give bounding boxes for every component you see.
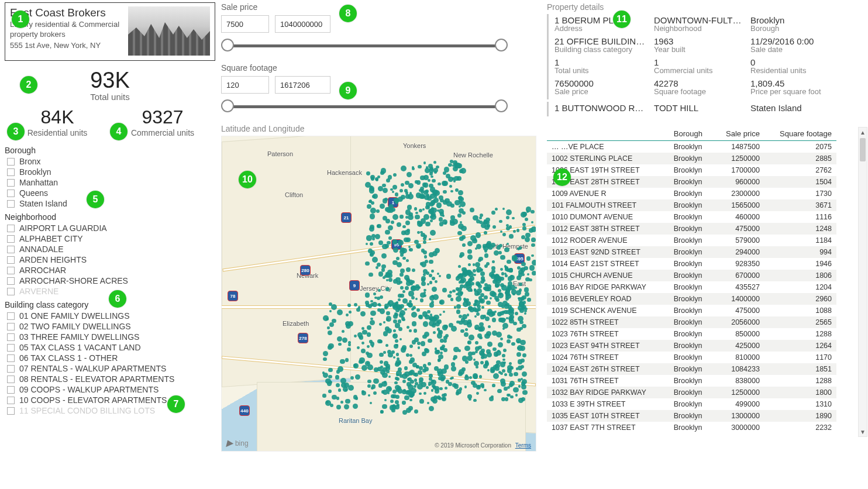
table-row[interactable]: 1032 BAY RIDGE PARKWAYBrooklyn1250000180… (547, 387, 836, 398)
table-row[interactable]: 1023 76TH STREETBrooklyn8500001288 (547, 328, 836, 340)
map-point[interactable] (431, 301, 434, 304)
checkbox-icon[interactable] (7, 256, 15, 264)
map-point[interactable] (423, 182, 428, 187)
map-point[interactable] (367, 353, 372, 358)
table-row[interactable]: 1033 E 39TH STREETBrooklyn4990001310 (547, 398, 836, 410)
checkbox-icon[interactable] (7, 365, 15, 373)
checkbox-icon[interactable] (7, 235, 15, 243)
map-point[interactable] (523, 266, 528, 270)
map-point[interactable] (494, 276, 497, 278)
checkbox-icon[interactable] (7, 225, 15, 232)
table-row[interactable]: 1031 76TH STREETBrooklyn8380001288 (547, 375, 836, 387)
map-point[interactable] (510, 366, 514, 370)
map-point[interactable] (336, 370, 340, 373)
map-point[interactable] (480, 315, 485, 319)
slicer-item[interactable]: 01 ONE FAMILY DWELLINGS (5, 311, 215, 321)
map-point[interactable] (392, 260, 398, 266)
slicer-item[interactable]: ANNADALE (5, 244, 215, 254)
table-row[interactable]: 1002 STERLING PLACEBrooklyn12500002885 (547, 153, 836, 164)
map-point[interactable] (477, 333, 482, 338)
map-point[interactable] (497, 350, 500, 353)
map-point[interactable] (509, 373, 513, 377)
map-point[interactable] (448, 163, 452, 167)
map-point[interactable] (446, 274, 451, 278)
map-point[interactable] (493, 365, 497, 369)
map-point[interactable] (353, 404, 358, 409)
map-point[interactable] (493, 373, 499, 379)
map-point[interactable] (423, 240, 426, 244)
map-point[interactable] (382, 244, 387, 249)
map-point[interactable] (426, 271, 429, 275)
map-point[interactable] (467, 319, 471, 323)
map-point[interactable] (417, 245, 420, 248)
table-row[interactable]: 1019 SCHENCK AVENUEBrooklyn4750001088 (547, 305, 836, 316)
map-point[interactable] (365, 292, 370, 297)
map-point[interactable] (410, 357, 415, 362)
table-row[interactable]: 1022 85TH STREETBrooklyn20560002565 (547, 316, 836, 328)
map-point[interactable] (357, 332, 363, 338)
map-point[interactable] (484, 231, 487, 235)
map-point[interactable] (411, 312, 417, 318)
map-point[interactable] (422, 208, 425, 211)
map-point[interactable] (420, 298, 424, 302)
map-point[interactable] (474, 288, 476, 291)
map-point[interactable] (507, 260, 511, 264)
map-point[interactable] (401, 195, 405, 199)
map-point[interactable] (500, 255, 505, 260)
map-point[interactable] (440, 346, 444, 350)
map-point[interactable] (362, 330, 367, 335)
table-header[interactable] (547, 127, 669, 141)
map-point[interactable] (492, 384, 495, 387)
map-point[interactable] (445, 198, 449, 203)
checkbox-icon[interactable] (7, 200, 15, 208)
table-row[interactable]: 1035 EAST 10TH STREETBrooklyn13000001890 (547, 410, 836, 422)
map-point[interactable] (370, 208, 376, 213)
map-point[interactable] (519, 246, 522, 249)
map-point[interactable] (502, 233, 506, 236)
map-point[interactable] (383, 390, 387, 394)
map-point[interactable] (452, 164, 454, 167)
map-point[interactable] (419, 209, 422, 212)
checkbox-icon[interactable] (7, 386, 15, 394)
table-row[interactable]: 1015 CHURCH AVENUEBrooklyn6700001806 (547, 270, 836, 281)
map-point[interactable] (524, 287, 529, 292)
slicer-item[interactable]: Queens (5, 188, 215, 198)
map-point[interactable] (484, 333, 490, 339)
checkbox-icon[interactable] (7, 158, 15, 166)
map-point[interactable] (418, 346, 421, 349)
map-point[interactable] (437, 319, 442, 324)
map-point[interactable] (473, 215, 478, 221)
map-point[interactable] (459, 387, 463, 391)
slicer-item[interactable]: Brooklyn (5, 167, 215, 177)
map-point[interactable] (442, 219, 447, 225)
map-point[interactable] (404, 366, 408, 370)
map-point[interactable] (507, 339, 511, 343)
map-point[interactable] (504, 273, 507, 275)
map-point[interactable] (361, 349, 366, 353)
map-point[interactable] (376, 266, 378, 269)
map-point[interactable] (401, 183, 404, 187)
map-point[interactable] (375, 177, 378, 181)
map-point[interactable] (416, 365, 419, 368)
map-point[interactable] (466, 301, 471, 306)
map-point[interactable] (481, 385, 485, 388)
map-point[interactable] (439, 209, 444, 214)
map-point[interactable] (395, 323, 399, 328)
map-point[interactable] (428, 164, 433, 168)
map-point[interactable] (367, 364, 373, 370)
map-point[interactable] (516, 276, 521, 280)
map-point[interactable] (427, 310, 430, 314)
map-point[interactable] (495, 208, 498, 211)
table-header[interactable]: Sale price (714, 127, 764, 141)
map-point[interactable] (432, 179, 436, 183)
map-point[interactable] (336, 405, 341, 409)
map-point[interactable] (419, 399, 424, 404)
map-point[interactable] (490, 369, 495, 373)
map-point[interactable] (405, 286, 409, 290)
map-point[interactable] (380, 366, 383, 369)
slider-handle-right[interactable] (495, 39, 508, 51)
checkbox-icon[interactable] (7, 397, 15, 404)
map-point[interactable] (505, 288, 510, 293)
map-point[interactable] (408, 246, 411, 248)
map-point[interactable] (480, 352, 485, 357)
